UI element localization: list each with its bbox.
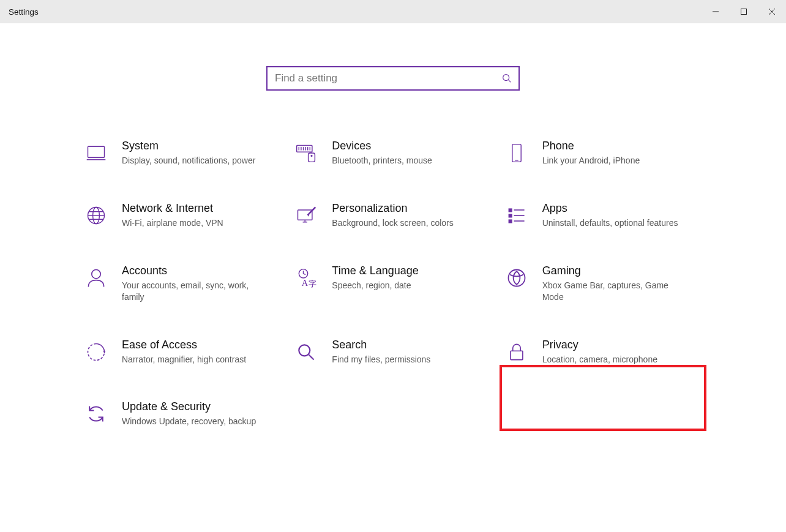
tile-title: Privacy xyxy=(542,339,657,351)
network-icon xyxy=(84,203,108,228)
svg-point-4 xyxy=(503,75,509,81)
svg-rect-24 xyxy=(298,210,312,220)
tile-desc: Bluetooth, printers, mouse xyxy=(332,155,432,167)
svg-rect-41 xyxy=(511,351,523,359)
tile-desc: Narrator, magnifier, high contrast xyxy=(122,354,246,365)
svg-point-39 xyxy=(299,345,310,356)
system-icon xyxy=(84,141,108,165)
search-icon xyxy=(501,73,512,84)
tile-desc: Speech, region, date xyxy=(332,280,418,291)
svg-rect-6 xyxy=(88,146,105,157)
tile-desc: Display, sound, notifications, power xyxy=(122,155,255,167)
tile-title: Apps xyxy=(542,202,678,215)
tile-devices[interactable]: Devices Bluetooth, printers, mouse xyxy=(294,140,492,167)
tile-gaming[interactable]: Gaming Xbox Game Bar, captures, Game Mod… xyxy=(504,264,702,303)
svg-rect-31 xyxy=(509,220,512,223)
window-titlebar: Settings xyxy=(0,0,786,23)
time-language-icon: A 字 xyxy=(294,266,318,290)
content-area: System Display, sound, notifications, po… xyxy=(0,23,786,427)
tile-title: Network & Internet xyxy=(122,202,223,215)
svg-line-40 xyxy=(309,354,314,359)
phone-icon xyxy=(504,141,529,165)
tile-title: Accounts xyxy=(122,264,263,277)
tile-apps[interactable]: Apps Uninstall, defaults, optional featu… xyxy=(504,202,702,229)
settings-grid: System Display, sound, notifications, po… xyxy=(84,140,702,427)
svg-text:A: A xyxy=(302,277,309,287)
tile-ease-of-access[interactable]: Ease of Access Narrator, magnifier, high… xyxy=(84,339,282,365)
minimize-button[interactable] xyxy=(702,0,730,23)
tile-title: Phone xyxy=(542,140,640,152)
devices-icon xyxy=(294,141,318,165)
personalization-icon xyxy=(294,203,318,228)
tile-title: Devices xyxy=(332,140,432,152)
window-controls xyxy=(702,0,786,23)
tile-phone[interactable]: Phone Link your Android, iPhone xyxy=(504,140,702,167)
tile-title: Ease of Access xyxy=(122,339,246,351)
svg-rect-15 xyxy=(309,153,315,162)
tile-desc: Location, camera, microphone xyxy=(542,354,657,365)
svg-marker-38 xyxy=(103,351,106,354)
svg-rect-1 xyxy=(741,9,747,15)
tile-title: Update & Security xyxy=(122,400,256,413)
tile-title: Search xyxy=(332,339,430,351)
tile-title: Time & Language xyxy=(332,264,418,277)
tile-title: System xyxy=(122,140,255,152)
close-button[interactable] xyxy=(758,0,786,23)
svg-line-5 xyxy=(509,80,511,83)
tile-title: Personalization xyxy=(332,202,453,215)
tile-desc: Xbox Game Bar, captures, Game Mode xyxy=(542,280,683,303)
tile-personalization[interactable]: Personalization Background, lock screen,… xyxy=(294,202,492,229)
tile-desc: Link your Android, iPhone xyxy=(542,155,640,167)
maximize-button[interactable] xyxy=(730,0,758,23)
search-box[interactable] xyxy=(266,66,520,91)
tile-desc: Windows Update, recovery, backup xyxy=(122,416,256,427)
accounts-icon xyxy=(84,266,108,290)
tile-search[interactable]: Search Find my files, permissions xyxy=(294,339,492,365)
svg-rect-17 xyxy=(512,144,520,162)
tile-desc: Uninstall, defaults, optional features xyxy=(542,217,678,229)
apps-icon xyxy=(504,203,529,228)
search-category-icon xyxy=(294,340,318,364)
search-input[interactable] xyxy=(275,72,501,84)
tile-desc: Background, lock screen, colors xyxy=(332,217,453,229)
tile-network[interactable]: Network & Internet Wi-Fi, airplane mode,… xyxy=(84,202,282,229)
update-security-icon xyxy=(84,402,108,426)
tile-system[interactable]: System Display, sound, notifications, po… xyxy=(84,140,282,167)
tile-desc: Wi-Fi, airplane mode, VPN xyxy=(122,217,223,229)
tile-privacy[interactable]: Privacy Location, camera, microphone xyxy=(504,339,702,365)
svg-point-16 xyxy=(311,155,312,157)
svg-point-37 xyxy=(508,269,525,286)
ease-of-access-icon xyxy=(84,340,108,364)
tile-accounts[interactable]: Accounts Your accounts, email, sync, wor… xyxy=(84,264,282,303)
tile-desc: Find my files, permissions xyxy=(332,354,430,365)
tile-desc: Your accounts, email, sync, work, family xyxy=(122,280,263,303)
svg-point-33 xyxy=(92,269,100,278)
svg-text:字: 字 xyxy=(309,279,316,288)
svg-rect-27 xyxy=(509,209,512,212)
gaming-icon xyxy=(504,266,529,290)
window-title: Settings xyxy=(9,7,39,17)
privacy-icon xyxy=(504,340,529,364)
svg-rect-29 xyxy=(509,214,512,217)
tile-update-security[interactable]: Update & Security Windows Update, recove… xyxy=(84,400,282,427)
tile-time-language[interactable]: A 字 Time & Language Speech, region, date xyxy=(294,264,492,303)
tile-title: Gaming xyxy=(542,264,683,277)
